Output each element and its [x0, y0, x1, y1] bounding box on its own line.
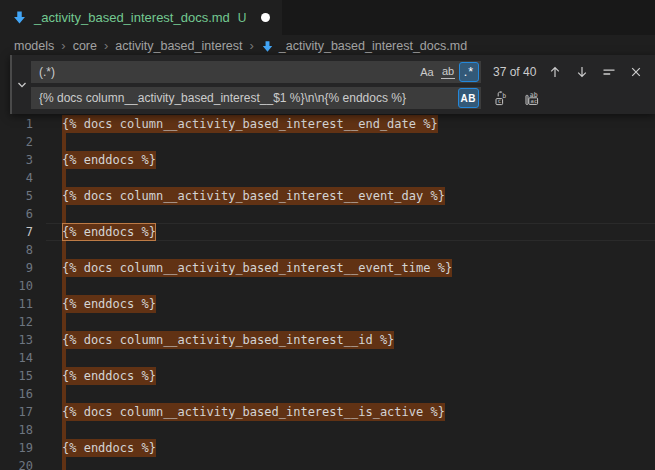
replace-button[interactable]: b c [491, 88, 512, 109]
code-line[interactable]: 4 [0, 169, 655, 187]
find-match-highlight: {% docs column__activity_based_interest_… [62, 115, 438, 133]
line-number: 10 [0, 277, 46, 295]
code-line[interactable]: 5{% docs column__activity_based_interest… [0, 187, 655, 205]
chevron-down-icon [15, 78, 29, 92]
line-content[interactable] [46, 133, 655, 151]
code-line[interactable]: 19{% enddocs %} [0, 439, 655, 457]
line-content[interactable]: {% enddocs %} [46, 295, 655, 313]
selection-lines-icon [601, 64, 617, 80]
line-content[interactable] [46, 205, 655, 223]
line-content[interactable]: {% docs column__activity_based_interest_… [46, 403, 655, 421]
find-match-highlight: {% docs column__activity_based_interest_… [62, 403, 445, 421]
find-in-selection-button[interactable] [598, 62, 619, 83]
markdown-file-icon [261, 40, 274, 53]
code-line[interactable]: 6 [0, 205, 655, 223]
line-number: 15 [0, 367, 46, 385]
line-number: 3 [0, 151, 46, 169]
close-find-button[interactable] [625, 62, 646, 83]
code-lines: 1{% docs column__activity_based_interest… [0, 115, 655, 470]
breadcrumb-item-activity-based-interest[interactable]: activity_based_interest [115, 39, 242, 53]
line-content[interactable] [46, 241, 655, 259]
code-line[interactable]: 18 [0, 421, 655, 439]
svg-text:b: b [502, 92, 506, 100]
tab-filename: _activity_based_interest_docs.md [34, 10, 230, 25]
line-number: 11 [0, 295, 46, 313]
breadcrumb-separator: › [249, 38, 253, 53]
replace-row: {% docs column__activity_based_interest_… [31, 87, 655, 109]
line-content[interactable]: {% enddocs %} [46, 367, 655, 385]
line-content[interactable] [46, 385, 655, 403]
next-match-button[interactable] [571, 62, 592, 83]
breadcrumb-item-file[interactable]: _activity_based_interest_docs.md [261, 39, 467, 53]
unsaved-changes-dot[interactable] [261, 13, 270, 22]
code-line[interactable]: 14 [0, 349, 655, 367]
line-content[interactable]: {% enddocs %} [46, 439, 655, 457]
code-line[interactable]: 10 [0, 277, 655, 295]
line-content[interactable]: {% enddocs %} [46, 151, 655, 169]
line-content[interactable]: {% docs column__activity_based_interest_… [46, 259, 655, 277]
find-match-highlight: {% enddocs %} [62, 295, 156, 313]
empty-line-find-match [62, 385, 66, 403]
code-line[interactable]: 17{% docs column__activity_based_interes… [0, 403, 655, 421]
previous-match-button[interactable] [544, 62, 565, 83]
line-number: 1 [0, 115, 46, 133]
line-number: 7 [0, 223, 46, 241]
empty-line-find-match [62, 313, 66, 331]
line-content[interactable] [46, 277, 655, 295]
line-content[interactable] [46, 313, 655, 331]
code-line[interactable]: 13{% docs column__activity_based_interes… [0, 331, 655, 349]
empty-line-find-match [62, 421, 66, 439]
empty-line-find-match [62, 277, 66, 295]
find-input[interactable]: (.*) Aa ab .* [31, 61, 481, 83]
line-number: 18 [0, 421, 46, 439]
code-line[interactable]: 20 [0, 457, 655, 470]
empty-line-find-match [62, 205, 66, 223]
code-line[interactable]: 1{% docs column__activity_based_interest… [0, 115, 655, 133]
line-number: 12 [0, 313, 46, 331]
line-content[interactable]: {% enddocs %} [46, 223, 655, 241]
find-row: (.*) Aa ab .* 37 of 40 [31, 61, 655, 83]
breadcrumb-separator: › [61, 38, 65, 53]
breadcrumb: models › core › activity_based_interest … [0, 35, 655, 57]
line-content[interactable] [46, 421, 655, 439]
line-content[interactable] [46, 457, 655, 470]
line-content[interactable]: {% docs column__activity_based_interest_… [46, 331, 655, 349]
line-number: 2 [0, 133, 46, 151]
code-line[interactable]: 3{% enddocs %} [0, 151, 655, 169]
line-number: 17 [0, 403, 46, 421]
find-query-text: (.*) [39, 65, 123, 79]
find-widget-rows: (.*) Aa ab .* 37 of 40 [31, 55, 655, 109]
replace-all-button[interactable]: ab ac [521, 88, 542, 109]
svg-text:c: c [497, 97, 501, 104]
code-line[interactable]: 8 [0, 241, 655, 259]
code-editor[interactable]: 1{% docs column__activity_based_interest… [0, 57, 655, 470]
breadcrumb-item-models[interactable]: models [14, 39, 54, 53]
line-content[interactable] [46, 349, 655, 367]
current-find-match: {% enddocs %} [62, 223, 156, 241]
regex-toggle[interactable]: .* [459, 62, 479, 82]
code-line[interactable]: 7{% enddocs %} [0, 223, 655, 241]
code-line[interactable]: 16 [0, 385, 655, 403]
line-content[interactable]: {% docs column__activity_based_interest_… [46, 187, 655, 205]
code-line[interactable]: 12 [0, 313, 655, 331]
empty-line-find-match [62, 133, 66, 151]
breadcrumb-item-core[interactable]: core [73, 39, 97, 53]
replace-input[interactable]: {% docs column__activity_based_interest_… [31, 87, 481, 109]
editor-tab[interactable]: _activity_based_interest_docs.md U [0, 0, 282, 35]
replace-action-buttons: b c ab ac [491, 88, 542, 109]
find-options: Aa ab .* [417, 62, 479, 82]
toggle-replace-button[interactable] [12, 55, 31, 114]
code-line[interactable]: 2 [0, 133, 655, 151]
whole-word-toggle[interactable]: ab [438, 62, 458, 82]
code-line[interactable]: 11{% enddocs %} [0, 295, 655, 313]
code-line[interactable]: 9{% docs column__activity_based_interest… [0, 259, 655, 277]
line-content[interactable]: {% docs column__activity_based_interest_… [46, 115, 655, 133]
find-replace-widget: (.*) Aa ab .* 37 of 40 [10, 55, 655, 114]
find-match-highlight: {% enddocs %} [62, 367, 156, 385]
markdown-file-icon [12, 10, 27, 25]
preserve-case-toggle[interactable]: AB [458, 88, 479, 108]
line-content[interactable] [46, 169, 655, 187]
match-case-toggle[interactable]: Aa [417, 62, 437, 82]
code-line[interactable]: 15{% enddocs %} [0, 367, 655, 385]
close-icon [628, 64, 644, 80]
